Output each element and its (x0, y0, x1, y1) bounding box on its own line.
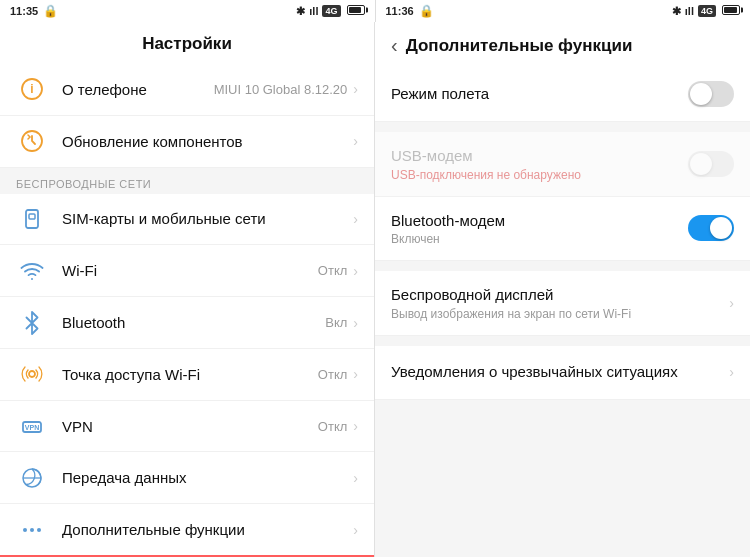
data-transfer-chevron: › (353, 470, 358, 486)
wifi-label: Wi-Fi (62, 262, 318, 279)
wireless-display-sublabel: Вывод изображения на экран по сети Wi-Fi (391, 307, 729, 321)
extra-functions-chevron: › (353, 522, 358, 538)
flight-mode-toggle-knob (690, 83, 712, 105)
extra-functions-label: Дополнительные функции (62, 521, 353, 538)
usb-modem-toggle-knob (690, 153, 712, 175)
settings-item-hotspot[interactable]: Точка доступа Wi-Fi Откл › (0, 349, 374, 401)
bluetooth-modem-toggle-knob (710, 217, 732, 239)
data-transfer-icon (16, 462, 48, 494)
svg-text:i: i (30, 82, 33, 96)
flight-mode-text: Режим полета (391, 84, 688, 104)
4g-badge-right: 4G (698, 5, 716, 17)
about-phone-chevron: › (353, 81, 358, 97)
usb-modem-toggle (688, 151, 734, 177)
left-status-bar: 11:35 🔒 (0, 0, 187, 22)
settings-item-update[interactable]: Обновление компонентов › (0, 116, 374, 168)
bluetooth-icon (16, 307, 48, 339)
svg-point-11 (23, 528, 27, 532)
about-phone-label: О телефоне (62, 81, 214, 98)
emergency-text: Уведомления о чрезвычайных ситуациях (391, 362, 729, 382)
right-panel: ‹ Дополнительные функции Режим полета US… (375, 22, 750, 557)
right-item-usb-modem: USB-модем USB-подключения не обнаружено (375, 132, 750, 197)
settings-item-about-phone[interactable]: i О телефоне MIUI 10 Global 8.12.20 › (0, 64, 374, 116)
main-content: Настройки i О телефоне MIUI 10 Global 8.… (0, 22, 750, 557)
settings-item-wifi[interactable]: Wi-Fi Откл › (0, 245, 374, 297)
about-phone-icon: i (16, 73, 48, 105)
right-item-flight-mode[interactable]: Режим полета (375, 67, 750, 122)
wireless-display-chevron: › (729, 295, 734, 311)
svg-point-5 (31, 278, 33, 280)
emergency-chevron: › (729, 364, 734, 380)
bluetooth-modem-sublabel: Включен (391, 232, 688, 246)
svg-point-12 (30, 528, 34, 532)
update-label: Обновление компонентов (62, 133, 353, 150)
settings-item-bluetooth[interactable]: Bluetooth Вкл › (0, 297, 374, 349)
hotspot-value: Откл (318, 367, 348, 382)
right-item-bluetooth-modem[interactable]: Bluetooth-модем Включен (375, 197, 750, 262)
wifi-chevron: › (353, 263, 358, 279)
right-status-bar: 11:36 🔒 (376, 0, 563, 22)
left-time: 11:35 (10, 5, 38, 17)
wireless-display-label: Беспроводной дисплей (391, 285, 729, 305)
bluetooth-status-icon: ✱ (296, 5, 305, 18)
signal-icon: ıll (309, 5, 318, 17)
usb-modem-label: USB-модем (391, 146, 688, 166)
right-status-icons: ✱ ıll 4G (563, 0, 750, 22)
divider-1 (375, 122, 750, 132)
bluetooth-modem-label: Bluetooth-модем (391, 211, 688, 231)
hotspot-label: Точка доступа Wi-Fi (62, 366, 318, 383)
usb-modem-text: USB-модем USB-подключения не обнаружено (391, 146, 688, 182)
right-item-wireless-display[interactable]: Беспроводной дисплей Вывод изображения н… (375, 271, 750, 336)
emergency-label: Уведомления о чрезвычайных ситуациях (391, 362, 729, 382)
bluetooth-modem-toggle[interactable] (688, 215, 734, 241)
vpn-label: VPN (62, 418, 318, 435)
sim-label: SIM-карты и мобильные сети (62, 210, 353, 227)
svg-point-6 (29, 371, 35, 377)
battery-left (345, 5, 365, 17)
hotspot-chevron: › (353, 366, 358, 382)
settings-item-vpn[interactable]: VPN VPN Откл › (0, 401, 374, 453)
wifi-value: Откл (318, 263, 348, 278)
settings-item-sim[interactable]: SIM-карты и мобильные сети › (0, 194, 374, 246)
settings-item-data-transfer[interactable]: Передача данных › (0, 452, 374, 504)
right-lock-icon: 🔒 (419, 4, 434, 18)
vpn-value: Откл (318, 419, 348, 434)
data-transfer-label: Передача данных (62, 469, 353, 486)
bluetooth-label: Bluetooth (62, 314, 325, 331)
divider-2 (375, 261, 750, 271)
wifi-icon (16, 255, 48, 287)
right-header: ‹ Дополнительные функции (375, 22, 750, 67)
signal-icon-right: ıll (685, 5, 694, 17)
svg-text:VPN: VPN (25, 424, 39, 431)
right-panel-title: Дополнительные функции (406, 36, 734, 56)
status-bars: 11:35 🔒 ✱ ıll 4G 11:36 🔒 ✱ ıll 4G (0, 0, 750, 22)
vpn-icon: VPN (16, 410, 48, 442)
hotspot-icon (16, 358, 48, 390)
bluetooth-value: Вкл (325, 315, 347, 330)
bluetooth-status-icon-right: ✱ (672, 5, 681, 18)
left-panel-title: Настройки (0, 22, 374, 64)
right-item-emergency[interactable]: Уведомления о чрезвычайных ситуациях › (375, 346, 750, 400)
extra-functions-icon (16, 514, 48, 546)
vpn-chevron: › (353, 418, 358, 434)
svg-point-13 (37, 528, 41, 532)
about-phone-value: MIUI 10 Global 8.12.20 (214, 82, 348, 97)
divider-3 (375, 336, 750, 346)
left-status-icons: ✱ ıll 4G (187, 0, 374, 22)
bluetooth-chevron: › (353, 315, 358, 331)
flight-mode-toggle[interactable] (688, 81, 734, 107)
sim-chevron: › (353, 211, 358, 227)
wireless-section-label: БЕСПРОВОДНЫЕ СЕТИ (0, 168, 374, 194)
svg-rect-4 (29, 214, 35, 219)
update-chevron: › (353, 133, 358, 149)
settings-item-extra-functions[interactable]: Дополнительные функции › (0, 504, 374, 557)
usb-modem-sublabel: USB-подключения не обнаружено (391, 168, 688, 182)
bluetooth-modem-text: Bluetooth-модем Включен (391, 211, 688, 247)
4g-badge: 4G (322, 5, 340, 17)
wireless-display-text: Беспроводной дисплей Вывод изображения н… (391, 285, 729, 321)
back-button[interactable]: ‹ (391, 34, 398, 57)
sim-icon (16, 203, 48, 235)
flight-mode-label: Режим полета (391, 84, 688, 104)
battery-right (720, 5, 740, 17)
left-lock-icon: 🔒 (43, 4, 58, 18)
